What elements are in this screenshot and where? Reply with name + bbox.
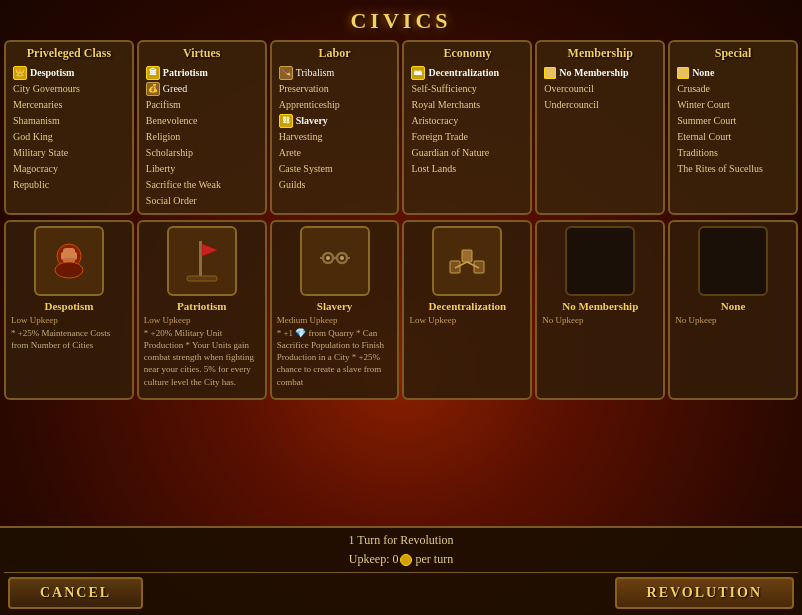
civic-item-military-state[interactable]: Military State: [11, 145, 127, 161]
no-membership-card-icon: [565, 226, 635, 296]
slavery-card-icon: [300, 226, 370, 296]
despotism-card-upkeep: Low Upkeep: [11, 315, 127, 325]
card-no-membership[interactable]: No Membership No Upkeep: [535, 220, 665, 400]
bottom-section: 1 Turn for Revolution Upkeep: 0 per turn…: [0, 526, 802, 615]
column-special: Special None Crusade Winter Court Summer…: [668, 40, 798, 215]
civic-item-no-membership[interactable]: No Membership: [542, 65, 658, 81]
civic-item-preservation[interactable]: Preservation: [277, 81, 393, 97]
civic-item-caste-system[interactable]: Caste System: [277, 161, 393, 177]
cancel-button[interactable]: CANCEL: [8, 577, 143, 609]
decentralization-card-upkeep: Low Upkeep: [409, 315, 525, 325]
despotism-card-desc: * +25% Maintenance Costs from Number of …: [11, 327, 127, 351]
none-card-name: None: [675, 300, 791, 312]
column-title-labor: Labor: [277, 46, 393, 61]
svg-point-1: [55, 262, 83, 278]
column-title-privileged-class: Priveleged Class: [11, 46, 127, 61]
civic-item-benevolence[interactable]: Benevolence: [144, 113, 260, 129]
civic-item-traditions[interactable]: Traditions: [675, 145, 791, 161]
patriotism-card-upkeep: Low Upkeep: [144, 315, 260, 325]
civic-item-god-king[interactable]: God King: [11, 129, 127, 145]
civic-item-harvesting[interactable]: Harvesting: [277, 129, 393, 145]
civic-item-city-governours[interactable]: City Governours: [11, 81, 127, 97]
column-title-special: Special: [675, 46, 791, 61]
civic-item-none[interactable]: None: [675, 65, 791, 81]
svg-marker-8: [202, 244, 217, 256]
upkeep-suffix: per turn: [413, 552, 454, 566]
button-bar: CANCEL REVOLUTION: [0, 573, 802, 615]
civic-item-social-order[interactable]: Social Order: [144, 193, 260, 209]
card-despotism[interactable]: Despotism Low Upkeep * +25% Maintenance …: [4, 220, 134, 400]
column-virtues: Virtues 🏛 Patriotism 💰 Greed Pacifism Be…: [137, 40, 267, 215]
none-card-icon: [698, 226, 768, 296]
decentralization-card-icon: [432, 226, 502, 296]
card-patriotism[interactable]: Patriotism Low Upkeep * +20% Military Un…: [137, 220, 267, 400]
civic-item-sacrifice[interactable]: Sacrifice the Weak: [144, 177, 260, 193]
greed-icon: 💰: [146, 82, 160, 96]
civic-item-decentralization[interactable]: 🏘 Decentralization: [409, 65, 525, 81]
card-decentralization[interactable]: Decentralization Low Upkeep: [402, 220, 532, 400]
column-privileged-class: Priveleged Class 👑 Despotism City Govern…: [4, 40, 134, 215]
civic-item-guardian-of-nature[interactable]: Guardian of Nature: [409, 145, 525, 161]
upkeep-info: Upkeep: 0 per turn: [0, 550, 802, 572]
patriotism-card-name: Patriotism: [144, 300, 260, 312]
civic-item-aristocracy[interactable]: Aristocracy: [409, 113, 525, 129]
civic-item-liberty[interactable]: Liberty: [144, 161, 260, 177]
column-title-economy: Economy: [409, 46, 525, 61]
coin-icon: [400, 554, 412, 566]
civic-item-slavery[interactable]: ⛓ Slavery: [277, 113, 393, 129]
slavery-card-name: Slavery: [277, 300, 393, 312]
card-slavery[interactable]: Slavery Medium Upkeep * +1 💎 from Quarry…: [270, 220, 400, 400]
svg-rect-9: [187, 276, 217, 281]
column-membership: Membership No Membership Overcouncil Und…: [535, 40, 665, 215]
slavery-card-upkeep: Medium Upkeep: [277, 315, 393, 325]
civic-item-tribalism[interactable]: 🪶 Tribalism: [277, 65, 393, 81]
none-card-upkeep: No Upkeep: [675, 315, 791, 325]
civics-columns: Priveleged Class 👑 Despotism City Govern…: [0, 38, 802, 217]
civic-item-scholarship[interactable]: Scholarship: [144, 145, 260, 161]
none-checkbox: [677, 67, 689, 79]
card-none[interactable]: None No Upkeep: [668, 220, 798, 400]
decentralization-card-name: Decentralization: [409, 300, 525, 312]
civic-item-summer-court[interactable]: Summer Court: [675, 113, 791, 129]
column-title-membership: Membership: [542, 46, 658, 61]
column-labor: Labor 🪶 Tribalism Preservation Apprentic…: [270, 40, 400, 215]
civic-item-self-sufficiency[interactable]: Self-Sufficiency: [409, 81, 525, 97]
despotism-card-name: Despotism: [11, 300, 127, 312]
upkeep-label: Upkeep: 0: [349, 552, 399, 566]
civic-item-mercenaries[interactable]: Mercenaries: [11, 97, 127, 113]
civic-item-greed[interactable]: 💰 Greed: [144, 81, 260, 97]
no-membership-card-name: No Membership: [542, 300, 658, 312]
no-membership-card-upkeep: No Upkeep: [542, 315, 658, 325]
civic-item-rites-of-sucellus[interactable]: The Rites of Sucellus: [675, 161, 791, 177]
civic-item-eternal-court[interactable]: Eternal Court: [675, 129, 791, 145]
civic-item-magocracy[interactable]: Magocracy: [11, 161, 127, 177]
civic-item-royal-merchants[interactable]: Royal Merchants: [409, 97, 525, 113]
no-membership-checkbox: [544, 67, 556, 79]
civic-item-crusade[interactable]: Crusade: [675, 81, 791, 97]
civic-item-guilds[interactable]: Guilds: [277, 177, 393, 193]
page-title: CIVICS: [0, 8, 802, 34]
patriotism-card-desc: * +20% Military Unit Production * Your U…: [144, 327, 260, 388]
civic-item-religion[interactable]: Religion: [144, 129, 260, 145]
civic-item-winter-court[interactable]: Winter Court: [675, 97, 791, 113]
civic-item-pacifism[interactable]: Pacifism: [144, 97, 260, 113]
civic-item-patriotism[interactable]: 🏛 Patriotism: [144, 65, 260, 81]
revolution-button[interactable]: REVOLUTION: [615, 577, 794, 609]
despotism-icon: 👑: [13, 66, 27, 80]
svg-point-16: [340, 256, 344, 260]
civic-item-lost-lands[interactable]: Lost Lands: [409, 161, 525, 177]
despotism-card-icon: [34, 226, 104, 296]
column-title-virtues: Virtues: [144, 46, 260, 61]
svg-rect-19: [462, 250, 472, 262]
civic-item-apprenticeship[interactable]: Apprenticeship: [277, 97, 393, 113]
civic-item-arete[interactable]: Arete: [277, 145, 393, 161]
civic-item-shamanism[interactable]: Shamanism: [11, 113, 127, 129]
patriotism-card-icon: [167, 226, 237, 296]
slavery-icon: ⛓: [279, 114, 293, 128]
civic-item-republic[interactable]: Republic: [11, 177, 127, 193]
civic-item-foreign-trade[interactable]: Foreign Trade: [409, 129, 525, 145]
tribalism-icon: 🪶: [279, 66, 293, 80]
civic-item-overcouncil[interactable]: Overcouncil: [542, 81, 658, 97]
civic-item-despotism[interactable]: 👑 Despotism: [11, 65, 127, 81]
civic-item-undercouncil[interactable]: Undercouncil: [542, 97, 658, 113]
